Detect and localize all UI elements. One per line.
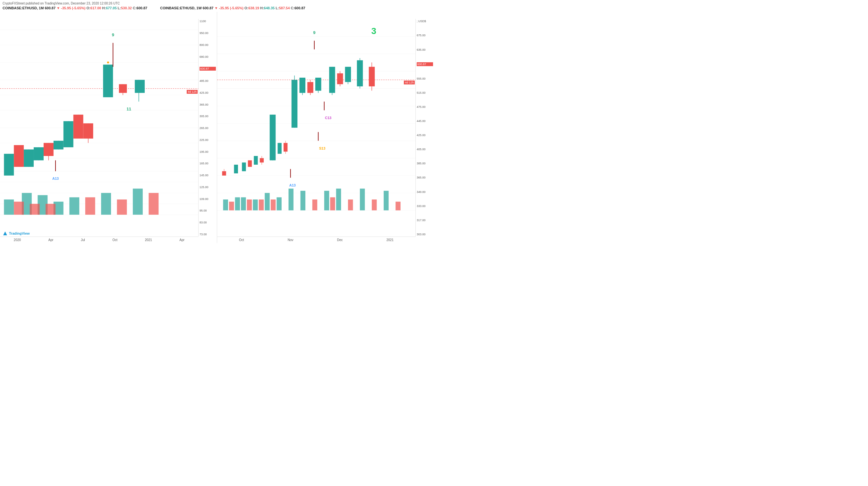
- svg-rect-92: [348, 200, 353, 210]
- svg-rect-28: [149, 193, 159, 215]
- left-hline-label: 8d 12h: [187, 90, 197, 94]
- svg-rect-87: [247, 200, 252, 210]
- svg-rect-96: [222, 171, 226, 176]
- top-bar: CryptoFXStreet published on TradingView.…: [0, 0, 434, 12]
- left-chart-svg: 9 11 A13: [0, 19, 198, 236]
- tradingview-logo: TradingView: [3, 231, 30, 236]
- svg-rect-44: [73, 115, 84, 139]
- left-chart-panel: 9 11 A13 1100 950.00 800.00 680.00: [0, 12, 217, 243]
- svg-rect-48: [103, 65, 113, 97]
- right-chart-svg: 9 3 C13 S13 A13: [217, 19, 415, 236]
- svg-rect-16: [4, 200, 14, 215]
- svg-rect-124: [337, 74, 343, 84]
- svg-rect-81: [301, 191, 305, 210]
- svg-rect-108: [270, 115, 276, 161]
- svg-rect-34: [24, 150, 34, 167]
- svg-rect-27: [117, 200, 127, 215]
- svg-rect-80: [288, 189, 293, 210]
- left-ticker-name: COINBASE:ETHUSD, 1M: [3, 6, 43, 10]
- right-hline-label: 4d 12h: [404, 81, 415, 84]
- svg-rect-104: [254, 156, 257, 165]
- svg-rect-102: [248, 161, 252, 167]
- svg-rect-26: [85, 197, 95, 215]
- svg-point-60: [107, 62, 109, 63]
- charts-row: 9 11 A13 1100 950.00 800.00 680.00: [0, 12, 434, 243]
- svg-rect-78: [265, 193, 270, 210]
- svg-rect-130: [369, 67, 375, 86]
- svg-rect-91: [330, 197, 335, 210]
- svg-rect-90: [312, 200, 317, 210]
- svg-rect-21: [101, 193, 111, 215]
- svg-text:S13: S13: [319, 146, 326, 150]
- svg-rect-38: [43, 143, 54, 156]
- publisher-line: CryptoFXStreet published on TradingView.…: [3, 1, 431, 6]
- svg-rect-32: [14, 145, 24, 167]
- svg-rect-120: [315, 78, 321, 91]
- svg-rect-122: [329, 67, 335, 93]
- svg-rect-20: [69, 197, 79, 215]
- svg-rect-40: [54, 141, 63, 150]
- svg-rect-77: [253, 200, 257, 210]
- right-time-axis: Oct Nov Dec 2021: [217, 236, 415, 243]
- svg-rect-88: [259, 200, 264, 210]
- left-ticker: COINBASE:ETHUSD, 1M 600.87 ▼ -35.95 (-5.…: [3, 6, 147, 10]
- svg-rect-128: [357, 60, 363, 86]
- svg-text:11: 11: [126, 107, 131, 111]
- svg-marker-61: [3, 231, 7, 235]
- left-price-axis: 1100 950.00 800.00 680.00 600.87 485.00 …: [198, 19, 217, 236]
- svg-rect-89: [271, 200, 276, 210]
- svg-rect-79: [277, 197, 281, 210]
- svg-rect-93: [372, 200, 377, 210]
- svg-text:3: 3: [371, 26, 376, 36]
- svg-text:9: 9: [112, 33, 114, 37]
- svg-rect-74: [223, 200, 228, 210]
- tv-logo-icon: [3, 231, 8, 236]
- svg-rect-76: [241, 197, 246, 210]
- svg-text:A13: A13: [289, 183, 296, 187]
- svg-rect-106: [260, 158, 264, 163]
- svg-rect-50: [119, 84, 127, 93]
- svg-rect-116: [299, 78, 305, 93]
- svg-rect-98: [234, 165, 238, 173]
- svg-rect-25: [45, 204, 56, 215]
- svg-rect-112: [284, 143, 287, 152]
- svg-rect-110: [277, 143, 281, 154]
- svg-rect-30: [4, 154, 14, 176]
- svg-rect-86: [229, 202, 234, 210]
- right-chart-panel: 9 3 C13 S13 A13: [217, 12, 434, 243]
- svg-rect-52: [135, 80, 145, 93]
- svg-rect-114: [291, 80, 298, 128]
- svg-rect-23: [14, 202, 24, 215]
- svg-text:C13: C13: [325, 116, 331, 120]
- right-ticker-name: COINBASE:ETHUSD, 1W: [160, 6, 202, 10]
- svg-rect-36: [34, 147, 43, 161]
- svg-rect-24: [30, 204, 40, 215]
- svg-rect-84: [360, 189, 365, 210]
- svg-rect-22: [133, 189, 143, 215]
- svg-rect-118: [307, 82, 313, 93]
- svg-rect-83: [336, 189, 341, 210]
- svg-rect-42: [63, 121, 73, 147]
- right-ticker: COINBASE:ETHUSD, 1W 600.87 ▼ -35.95 (-5.…: [160, 6, 305, 10]
- svg-rect-75: [235, 197, 240, 210]
- svg-rect-82: [324, 191, 329, 210]
- left-time-axis: 2020 Apr Jul Oct 2021 Apr: [0, 236, 198, 243]
- svg-rect-126: [345, 67, 351, 82]
- svg-rect-100: [242, 163, 246, 171]
- svg-rect-94: [396, 202, 400, 210]
- svg-text:9: 9: [313, 30, 315, 35]
- svg-rect-85: [384, 191, 389, 210]
- svg-text:A13: A13: [52, 177, 59, 181]
- right-price-axis: ; USD$ 675.00 635.00 600.87 555.00 515.0…: [415, 19, 434, 236]
- main-container: CryptoFXStreet published on TradingView.…: [0, 0, 434, 243]
- svg-rect-46: [84, 123, 93, 139]
